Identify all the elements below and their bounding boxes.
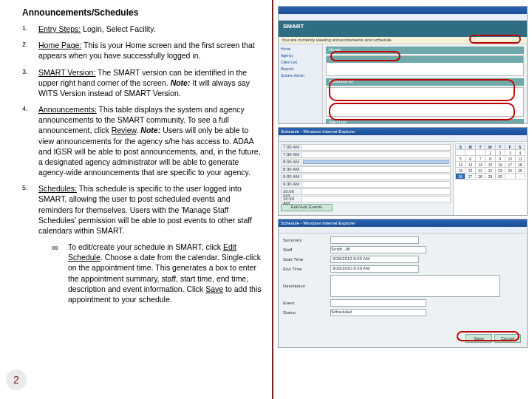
step-5: Schedules: This schedule is specific to …: [22, 183, 263, 236]
time-slot[interactable]: 10:00 AM: [281, 188, 451, 195]
summary-input[interactable]: [330, 236, 419, 244]
mini-calendar[interactable]: SMTWTFS 1234 567891011 12131415161718 19…: [453, 142, 527, 215]
step-4: Announcements: This table displays the s…: [22, 104, 263, 177]
right-column: SMART You are currently viewing announce…: [273, 0, 532, 399]
highlight-oval: [469, 35, 521, 44]
highlight-oval: [330, 51, 400, 61]
time-slot[interactable]: 7:00 AM: [281, 144, 451, 151]
highlight-oval: [329, 103, 515, 120]
page-number-badge: 2: [6, 369, 27, 390]
side-nav: Home Agency Client List Reports System A…: [279, 44, 323, 123]
highlight-oval: [329, 79, 515, 101]
screenshot-home: SMART You are currently viewing announce…: [278, 6, 528, 124]
highlight-oval: [457, 331, 519, 341]
step-1: Entry Steps: Login, Select Facility.: [22, 24, 263, 34]
staff-select[interactable]: Smith, Jill: [330, 246, 426, 253]
event-label: Event: [283, 301, 327, 305]
time-slot[interactable]: 8:30 AM: [281, 166, 451, 173]
time-slot[interactable]: 9:00 AM: [281, 174, 451, 180]
review-link: Review: [112, 126, 137, 134]
end-input[interactable]: 9/26/2010 8:30 AM: [330, 265, 419, 273]
note-label: Note:: [140, 126, 160, 134]
nav-item[interactable]: Home: [281, 47, 320, 52]
left-column: Announcements/Schedules Entry Steps: Log…: [0, 0, 273, 399]
desc-textarea[interactable]: [330, 275, 500, 297]
window-titlebar: Schedule - Windows Internet Explorer: [279, 128, 527, 135]
page-title: Announcements/Schedules: [22, 7, 263, 18]
event-select[interactable]: [330, 299, 426, 307]
nav-item[interactable]: Agency: [281, 53, 320, 58]
window-titlebar: Schedule - Windows Internet Explorer: [279, 219, 527, 227]
browser-toolbar: [279, 14, 527, 21]
screenshot-schedule: Schedule - Windows Internet Explorer 7:0…: [278, 127, 528, 216]
time-slot[interactable]: 8:00 AM: [281, 159, 451, 166]
end-label: End Time: [283, 267, 327, 271]
step-2: Home Page: This is your Home screen and …: [22, 40, 263, 61]
step-label: Home Page:: [38, 41, 81, 50]
time-slots: 7:00 AM 7:30 AM 8:00 AM 8:30 AM 9:00 AM …: [279, 142, 453, 215]
time-slot[interactable]: 9:30 AM: [281, 181, 451, 188]
window-toolbar: [279, 227, 527, 233]
infinity-icon: ∞: [52, 242, 68, 304]
steps-list: Entry Steps: Login, Select Facility. Hom…: [22, 24, 263, 236]
step-label: SMART Version:: [38, 68, 95, 77]
status-select[interactable]: Scheduled: [330, 309, 426, 316]
nav-item[interactable]: Client List: [281, 60, 320, 65]
start-label: Start Time: [283, 257, 327, 262]
nav-item[interactable]: System Admin: [281, 73, 320, 78]
step-label: Announcements:: [38, 105, 97, 114]
step-label: Entry Steps:: [38, 24, 81, 33]
status-label: Status: [283, 310, 327, 315]
screenshot-edit-event: Schedule - Windows Internet Explorer Sum…: [278, 219, 528, 348]
save-link: Save: [205, 284, 223, 293]
time-slot[interactable]: 10:30 AM: [281, 196, 451, 202]
summary-label: Summary: [283, 238, 327, 242]
window-toolbar: [279, 135, 527, 142]
note-label: Note:: [171, 78, 191, 87]
step-label: Schedules:: [38, 184, 77, 193]
start-input[interactable]: 9/26/2010 8:00 AM: [330, 256, 419, 263]
sub-step: ∞ To edit/create your schedule in SMART,…: [52, 242, 263, 304]
browser-titlebar: [279, 7, 527, 14]
step-3: SMART Version: The SMART version can be …: [22, 67, 263, 99]
desc-label: Description: [283, 284, 327, 288]
staff-label: Staff: [283, 248, 327, 252]
nav-item[interactable]: Reports: [281, 66, 320, 72]
step-body: Login, Select Facility.: [83, 24, 155, 33]
time-slot[interactable]: 7:30 AM: [281, 151, 451, 158]
